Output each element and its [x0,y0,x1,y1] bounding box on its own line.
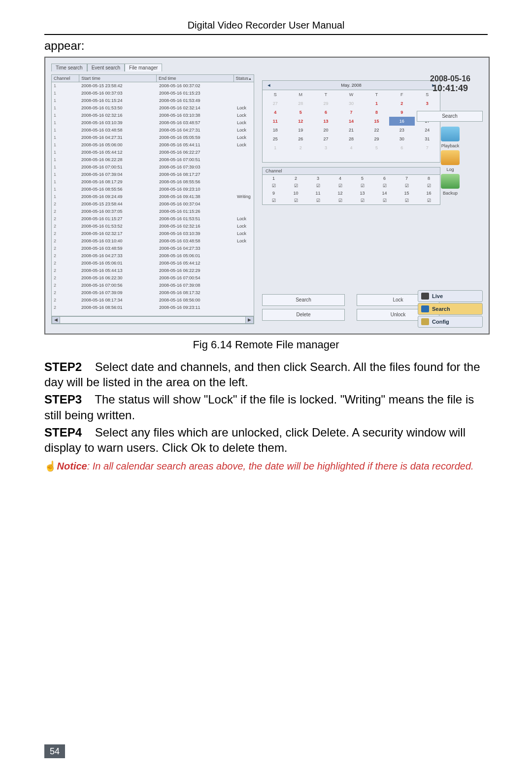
tab-time-search[interactable]: Time search [51,64,87,71]
calendar-day[interactable]: 19 [288,126,313,134]
table-row[interactable]: 12008-05-16 05:44:122008-05-16 06:22:27 [52,149,254,156]
calendar-day[interactable]: 27 [263,99,288,108]
calendar-day[interactable]: 30 [338,99,364,108]
calendar-day[interactable]: 11 [263,117,288,126]
table-row[interactable]: 22008-05-16 05:06:012008-05-16 05:44:12 [52,260,254,267]
calendar-day[interactable]: 2 [389,99,414,108]
calendar-day[interactable]: 26 [288,134,313,143]
nav-search[interactable]: Search [418,303,483,315]
channel-checkbox[interactable]: ☑ [307,197,329,204]
table-row[interactable]: 12008-05-16 09:24:492008-05-16 09:41:38W… [52,193,254,201]
nav-live[interactable]: Live [418,290,483,302]
table-row[interactable]: 12008-05-15 23:58:422008-05-16 00:37:02 [52,82,254,90]
table-row[interactable]: 12008-05-16 07:00:512008-05-16 07:39:03 [52,164,254,171]
playback-icon[interactable] [441,127,460,141]
channel-checkbox[interactable]: ☑ [396,182,418,190]
calendar-day[interactable]: 5 [364,143,389,152]
table-row[interactable]: 22008-05-16 09:24:492008-05-16 09:41:38W… [52,311,254,312]
calendar-day[interactable]: 3 [313,143,338,152]
channel-checkbox[interactable]: ☑ [418,197,440,204]
calendar-day[interactable]: 4 [263,108,288,117]
calendar-day[interactable]: 18 [263,126,288,134]
calendar-day[interactable]: 27 [313,134,338,143]
calendar-day[interactable]: 28 [338,134,364,143]
table-row[interactable]: 12008-05-16 00:37:032008-05-16 01:15:23 [52,90,254,97]
table-row[interactable]: 12008-05-16 04:27:312008-05-16 05:05:59L… [52,134,254,141]
calendar-day[interactable]: 21 [338,126,364,134]
channel-checkbox[interactable]: ☑ [351,182,373,190]
search-button[interactable]: Search [262,294,345,306]
col-start[interactable]: Start time [79,75,157,82]
calendar-day[interactable]: 29 [364,134,389,143]
channel-checkbox[interactable]: ☑ [263,197,285,204]
table-row[interactable]: 12008-05-16 03:10:392008-05-16 03:48:57L… [52,119,254,127]
channel-checkbox[interactable]: ☑ [329,182,351,190]
channel-checkbox[interactable]: ☑ [285,197,307,204]
table-row[interactable]: 12008-05-16 01:15:242008-05-16 01:53:49 [52,97,254,104]
calendar-day[interactable]: 6 [389,143,414,152]
delete-button[interactable]: Delete [262,309,345,321]
table-row[interactable]: 22008-05-16 01:53:522008-05-16 02:32:16L… [52,223,254,230]
table-row[interactable]: 22008-05-16 04:27:332008-05-16 05:06:01 [52,252,254,260]
table-row[interactable]: 22008-05-16 01:15:272008-05-16 01:53:51L… [52,215,254,223]
log-icon[interactable] [441,150,460,165]
calendar-day[interactable]: 15 [364,117,389,126]
calendar-day[interactable]: 29 [313,99,338,108]
scroll-left-button[interactable]: ◀ [52,316,60,324]
table-row[interactable]: 22008-05-16 03:48:592008-05-16 04:27:33 [52,245,254,252]
calendar-day[interactable]: 7 [338,108,364,117]
channel-checkbox[interactable]: ☑ [373,197,396,204]
channel-checkbox[interactable]: ☑ [373,182,396,190]
calendar-day[interactable]: 22 [364,126,389,134]
col-status[interactable]: Status▲ [234,75,254,82]
sort-asc-icon[interactable]: ▲ [248,77,252,80]
calendar-day[interactable]: 6 [313,108,338,117]
channel-checkbox[interactable]: ☑ [396,197,418,204]
col-end[interactable]: End time [157,75,234,82]
table-row[interactable]: 22008-05-16 08:17:342008-05-16 08:56:00 [52,297,254,304]
table-row[interactable]: 12008-05-16 07:39:042008-05-16 08:17:27 [52,171,254,178]
calendar-day[interactable]: 20 [313,126,338,134]
table-row[interactable]: 22008-05-16 08:56:012008-05-16 09:23:11 [52,304,254,311]
calendar-day[interactable]: 4 [338,143,364,152]
channel-checkbox[interactable]: ☑ [307,182,329,190]
calendar-day[interactable]: 25 [263,134,288,143]
calendar-day[interactable]: 1 [263,143,288,152]
table-row[interactable]: 12008-05-16 06:22:282008-05-16 07:00:51 [52,156,254,164]
channel-checkbox[interactable]: ☑ [263,182,285,190]
table-row[interactable]: 12008-05-16 08:55:562008-05-16 09:23:10 [52,186,254,193]
calendar-day[interactable]: 9 [389,108,414,117]
tab-file-manager[interactable]: File manager [125,64,162,71]
table-row[interactable]: 12008-05-16 08:17:292008-05-16 08:55:56 [52,178,254,186]
calendar-day[interactable]: 30 [389,134,414,143]
calendar-day[interactable]: 28 [288,99,313,108]
table-row[interactable]: 22008-05-16 02:32:172008-05-16 03:10:39L… [52,230,254,237]
channel-checkbox[interactable]: ☑ [329,197,351,204]
backup-icon[interactable] [441,174,460,189]
calendar-day[interactable]: 16 [389,117,414,126]
calendar-day[interactable]: 5 [288,108,313,117]
calendar-day[interactable]: 2 [288,143,313,152]
scroll-track[interactable] [60,316,245,324]
table-row[interactable]: 12008-05-16 03:48:582008-05-16 04:27:31L… [52,127,254,134]
table-row[interactable]: 22008-05-16 05:44:132008-05-16 06:22:29 [52,267,254,274]
table-row[interactable]: 12008-05-16 05:06:002008-05-16 05:44:11L… [52,141,254,149]
calendar-day[interactable]: 23 [389,126,414,134]
table-row[interactable]: 22008-05-16 07:00:562008-05-16 07:39:08 [52,282,254,289]
table-row[interactable]: 22008-05-15 23:58:442008-05-16 00:37:04 [52,201,254,208]
calendar-day[interactable]: 13 [313,117,338,126]
channel-checkbox[interactable]: ☑ [285,182,307,190]
calendar-day[interactable]: 8 [364,108,389,117]
table-row[interactable]: 12008-05-16 02:32:162008-05-16 03:10:38L… [52,112,254,119]
channel-checkbox[interactable]: ☑ [351,197,373,204]
horizontal-scrollbar[interactable]: ◀ ▶ [52,316,254,324]
col-channel[interactable]: Channel [52,75,79,82]
file-list-body[interactable]: 12008-05-15 23:58:422008-05-16 00:37:021… [52,82,254,312]
nav-config[interactable]: Config [418,316,483,328]
tab-event-search[interactable]: Event search [87,64,125,71]
calendar-day[interactable]: 3 [415,99,440,108]
calendar-prev-button[interactable]: ◄ [263,83,275,88]
sidebar-search-bar[interactable]: Search [417,111,483,122]
calendar-day[interactable]: 1 [364,99,389,108]
calendar-day[interactable]: 14 [338,117,364,126]
